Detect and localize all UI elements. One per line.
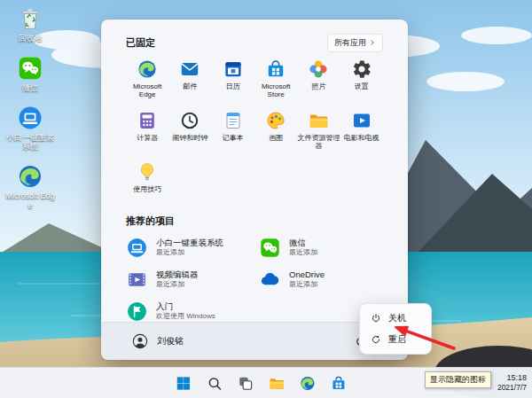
start-icon xyxy=(175,375,192,392)
recommended-item-sub: 欢迎使用 Windows xyxy=(156,312,215,321)
chevron-right-icon xyxy=(369,39,376,46)
pinned-app-movies[interactable]: 电影和电视 xyxy=(340,110,383,154)
recommended-item-sub: 最近添加 xyxy=(289,280,325,289)
paint-icon xyxy=(265,110,286,131)
pinned-app-notepad[interactable]: 记事本 xyxy=(212,110,254,154)
pinned-app-store[interactable]: Microsoft Store xyxy=(254,59,297,103)
search-icon xyxy=(206,375,223,392)
explorer-icon xyxy=(308,110,329,131)
pinned-app-settings[interactable]: 设置 xyxy=(340,59,383,103)
power-menu: 关机重启 xyxy=(359,303,432,355)
recommended-item-sub: 最近添加 xyxy=(156,248,223,257)
pinned-app-label: 画图 xyxy=(269,134,283,142)
recommended-item-video-editor[interactable]: 视频编辑器最近添加 xyxy=(126,267,250,292)
desktop-icon-recycle-bin[interactable]: 回收站 xyxy=(2,5,59,43)
power-menu-item-label: 重启 xyxy=(388,333,406,346)
tray-time: 15:18 xyxy=(506,373,527,383)
taskbar-clock[interactable]: 15:18 2021/7/7 xyxy=(497,373,527,393)
pinned-app-label: 计算器 xyxy=(137,134,158,142)
wechat-icon xyxy=(259,237,281,259)
user-avatar-icon xyxy=(131,332,149,350)
wechat-icon xyxy=(17,55,43,82)
pinned-app-photos[interactable]: 照片 xyxy=(297,59,340,103)
power-menu-item-label: 关机 xyxy=(388,312,406,324)
edge-icon xyxy=(17,163,43,190)
recommended-item-label: 微信 xyxy=(289,238,317,248)
user-account-button[interactable]: 刘俊铭 xyxy=(131,332,184,350)
recommended-item-text: OneDrive最近添加 xyxy=(289,269,325,289)
pinned-app-edge[interactable]: Microsoft Edge xyxy=(126,59,168,103)
recommended-title: 推荐的项目 xyxy=(126,215,383,228)
desktop-screen: 回收站微信小白一键重装系统Microsoft Edge 已固定 所有应用 Mic… xyxy=(0,0,532,398)
restart-icon xyxy=(371,334,381,345)
taskbar-button-edge[interactable] xyxy=(294,371,319,394)
tips-icon xyxy=(137,161,158,183)
pinned-title: 已固定 xyxy=(126,36,155,50)
task-view-icon xyxy=(237,375,254,392)
pinned-app-paint[interactable]: 画图 xyxy=(254,110,297,154)
recommended-item-label: OneDrive xyxy=(289,269,325,280)
pinned-header: 已固定 所有应用 xyxy=(126,34,383,51)
pinned-app-clock[interactable]: 闹钟和时钟 xyxy=(168,110,211,154)
photos-icon xyxy=(308,59,329,80)
pinned-app-label: Microsoft Store xyxy=(254,82,297,98)
recommended-item-label: 视频编辑器 xyxy=(156,269,199,280)
pinned-app-explorer[interactable]: 文件资源管理器 xyxy=(297,110,340,154)
pinned-app-label: 文件资源管理器 xyxy=(297,134,340,150)
clock-icon xyxy=(179,110,200,131)
pinned-app-label: 设置 xyxy=(355,82,369,90)
desktop-icon-label: 小白一键重装系统 xyxy=(4,133,57,152)
recommended-item-xiaobai[interactable]: 小白一键重装系统最近添加 xyxy=(126,235,250,260)
user-name: 刘俊铭 xyxy=(157,335,184,347)
calculator-icon xyxy=(137,110,158,131)
taskbar-button-start[interactable] xyxy=(170,371,195,394)
video-editor-icon xyxy=(126,269,148,291)
power-icon xyxy=(371,313,381,324)
recommended-item-get-started[interactable]: 入门欢迎使用 Windows xyxy=(126,299,250,324)
pinned-app-label: 照片 xyxy=(311,82,325,90)
recommended-item-wechat[interactable]: 微信最近添加 xyxy=(259,235,383,260)
desktop-icon-label: 微信 xyxy=(22,83,38,93)
pinned-app-label: 闹钟和时钟 xyxy=(172,134,207,142)
recommended-item-label: 入门 xyxy=(156,301,215,312)
pinned-app-tips[interactable]: 使用技巧 xyxy=(126,161,168,206)
taskbar-icon-group xyxy=(170,368,350,398)
recommended-item-onedrive[interactable]: OneDrive最近添加 xyxy=(259,267,383,292)
edge-icon xyxy=(299,375,316,392)
desktop-icon-list: 回收站微信小白一键重装系统Microsoft Edge xyxy=(2,5,59,211)
desktop-icon-wechat[interactable]: 微信 xyxy=(2,55,59,93)
tray-tooltip: 显示隐藏的图标 xyxy=(425,371,491,388)
pinned-app-mail[interactable]: 邮件 xyxy=(168,59,211,103)
taskbar-button-store[interactable] xyxy=(325,371,350,394)
pinned-app-calculator[interactable]: 计算器 xyxy=(126,110,168,154)
calendar-icon xyxy=(223,59,244,80)
recommended-item-text: 微信最近添加 xyxy=(289,238,317,257)
recommended-item-text: 小白一键重装系统最近添加 xyxy=(156,238,223,257)
recommended-item-sub: 最近添加 xyxy=(289,248,317,257)
taskbar-button-task-view[interactable] xyxy=(232,371,257,394)
notepad-icon xyxy=(223,110,244,131)
taskbar-button-search[interactable] xyxy=(201,371,226,394)
pinned-app-label: 电影和电视 xyxy=(344,134,379,142)
desktop-icon-label: 回收站 xyxy=(19,34,43,43)
power-menu-item-power[interactable]: 关机 xyxy=(364,308,427,329)
recommended-item-text: 入门欢迎使用 Windows xyxy=(156,301,215,321)
pinned-app-label: 使用技巧 xyxy=(133,185,161,193)
recommended-item-label: 小白一键重装系统 xyxy=(156,238,223,248)
power-menu-item-restart[interactable]: 重启 xyxy=(364,329,427,350)
taskbar-button-explorer[interactable] xyxy=(263,371,288,394)
pinned-app-label: 邮件 xyxy=(183,82,197,90)
edge-icon xyxy=(137,59,158,80)
pinned-app-calendar[interactable]: 日历 xyxy=(212,59,254,103)
recycle-bin-icon xyxy=(17,5,43,32)
all-apps-button[interactable]: 所有应用 xyxy=(327,34,383,52)
desktop-icon-edge[interactable]: Microsoft Edge xyxy=(2,163,59,211)
pinned-apps-grid: Microsoft Edge邮件日历Microsoft Store照片设置计算器… xyxy=(126,59,383,206)
xiaobai-icon xyxy=(17,105,43,131)
store-icon xyxy=(265,59,286,80)
all-apps-label: 所有应用 xyxy=(334,37,366,49)
explorer-icon xyxy=(268,375,285,392)
desktop-icon-xiaobai[interactable]: 小白一键重装系统 xyxy=(2,105,59,152)
onedrive-icon xyxy=(259,269,281,291)
desktop-icon-label: Microsoft Edge xyxy=(4,191,57,211)
